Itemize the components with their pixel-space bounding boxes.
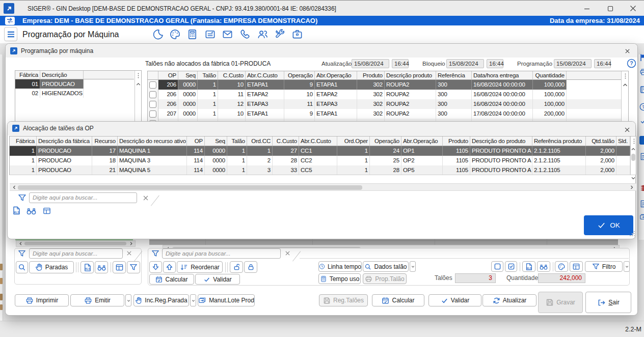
table-cell[interactable]: 300 — [436, 109, 472, 119]
left-search-input[interactable]: Digite aqui para buscar... — [29, 248, 123, 259]
table-row[interactable]: 1PRODUCAO17MAQUINA 111400001127CC1124OP1… — [10, 146, 636, 156]
table-row[interactable]: 2060000112ETAPA311ETAPA3302ROUPA230016/0… — [148, 99, 628, 109]
table-row[interactable]: 2060000111ETAPA210ETAPA2302ROUPA230016/0… — [148, 90, 628, 99]
table-cell[interactable]: 1 — [198, 90, 218, 99]
validar-button[interactable]: Validar — [428, 294, 481, 306]
table-cell[interactable]: ETAPA3 — [246, 99, 284, 109]
table-cell[interactable]: 21 — [92, 165, 118, 175]
table-cell[interactable]: 302 — [357, 109, 385, 119]
phone-icon[interactable] — [238, 28, 251, 40]
table-row[interactable]: 1PRODUCAO18MAQUINA 311400001228CC2125OP2… — [10, 156, 636, 165]
export-xls-button[interactable] — [522, 261, 535, 272]
help-icon[interactable] — [639, 103, 644, 111]
find-icon[interactable] — [26, 207, 37, 215]
move-down-button[interactable] — [149, 261, 162, 273]
table-cell[interactable]: 1105 — [443, 165, 470, 175]
table-cell[interactable]: 206 — [158, 80, 178, 90]
column-header[interactable]: OP — [187, 136, 205, 146]
imprimir-button[interactable]: Imprimir — [15, 294, 69, 306]
filter-icon[interactable] — [18, 193, 26, 202]
table-cell[interactable]: ETAPA2 — [315, 90, 357, 99]
table-cell[interactable]: 1 — [198, 109, 218, 119]
atualizacao-time-field[interactable]: 16:44 — [392, 59, 409, 68]
column-header[interactable]: Abr.Operação — [315, 71, 357, 80]
flag-icon[interactable] — [639, 53, 644, 62]
table-cell[interactable]: 1 — [227, 156, 247, 165]
users-icon[interactable] — [256, 28, 269, 40]
moon-icon[interactable] — [152, 28, 164, 40]
table-cell[interactable]: MAQUINA 3 — [118, 156, 187, 165]
uncheck-all-button[interactable] — [491, 261, 503, 272]
prop-talao-button[interactable]: Prop.Talão — [363, 273, 407, 284]
table-cell[interactable]: 302 — [357, 90, 385, 99]
table-cell[interactable]: 1 — [10, 156, 37, 165]
table-row[interactable]: 02HIGIENIZADOS — [15, 89, 141, 98]
table-cell[interactable]: CC2 — [299, 156, 337, 165]
bloqueio-date-field[interactable]: 15/08/2024 — [446, 59, 484, 68]
table-cell[interactable]: 207 — [158, 109, 178, 119]
column-header[interactable]: Descrição — [40, 71, 84, 79]
column-header[interactable]: Seq — [205, 136, 227, 146]
table-cell[interactable]: 300 — [436, 90, 472, 99]
table-cell[interactable]: 9 — [284, 109, 315, 119]
calcular-button-panel[interactable]: Calcular — [149, 274, 194, 285]
form-icon[interactable] — [204, 28, 216, 40]
left-hscrollbar[interactable] — [16, 240, 136, 247]
column-header[interactable]: Ord.CC — [247, 136, 273, 146]
table-cell[interactable]: 1 — [337, 165, 370, 175]
filter-button[interactable] — [127, 261, 140, 273]
column-header[interactable]: Operação — [370, 136, 401, 146]
table-cell[interactable]: 1105 — [443, 146, 470, 156]
filter-icon[interactable] — [151, 249, 159, 258]
table-cell[interactable]: ROUPA2 — [385, 99, 436, 109]
table-cell[interactable]: 16/08/2024 00:00:00 — [472, 90, 533, 99]
close-dialog-icon[interactable] — [623, 126, 631, 134]
table-cell[interactable]: 2.1.2.1105 — [532, 146, 586, 156]
table-cell[interactable]: PRODUCAO — [37, 146, 92, 156]
dialog-header[interactable]: Alocação de talões da OP — [8, 122, 635, 135]
column-header[interactable]: Produto — [357, 71, 385, 80]
filtro-button[interactable]: Filtro — [585, 261, 623, 272]
palette-button[interactable] — [555, 261, 568, 272]
column-header[interactable]: Quantidade — [533, 71, 567, 80]
export-xls-icon[interactable] — [12, 206, 21, 215]
table-cell[interactable]: 200,000 — [533, 109, 567, 119]
table-cell[interactable]: 206 — [158, 99, 178, 109]
unlock-button[interactable] — [230, 261, 243, 273]
table-cell[interactable]: 25 — [370, 156, 401, 165]
table-cell[interactable]: CC5 — [299, 165, 337, 175]
table-cell[interactable] — [616, 165, 630, 175]
table-cell[interactable]: PRODUTO PRONTO A — [470, 146, 532, 156]
minimize-button[interactable] — [576, 1, 598, 16]
table-cell[interactable]: 1 — [198, 80, 218, 90]
table-row[interactable]: 2060000110ETAPA19ETAPA1302ROUPA230016/08… — [148, 80, 628, 90]
table-cell[interactable]: 2,000 — [586, 156, 616, 165]
validar-button-panel[interactable]: Validar — [195, 274, 240, 285]
dados-talao-dropdown[interactable] — [410, 261, 416, 272]
clear-filter-icon[interactable] — [126, 250, 132, 257]
table-row[interactable]: 2070000110ETAPA19ETAPA1302ROUPA230017/08… — [148, 109, 628, 119]
table-cell[interactable]: 302 — [357, 99, 385, 109]
column-header[interactable]: Abr.C.Custo — [246, 71, 284, 80]
table-cell[interactable]: 100,000 — [533, 90, 567, 99]
table-cell[interactable]: 100,000 — [533, 99, 567, 109]
bloqueio-time-field[interactable]: 16:44 — [487, 59, 503, 68]
column-header[interactable]: Sld. — [616, 136, 630, 146]
table-cell[interactable]: 2,000 — [586, 165, 616, 175]
table-cell[interactable]: PRODUCAO — [37, 156, 92, 165]
table-cell[interactable]: 2.1.2.1105 — [532, 165, 586, 175]
talao-table-scrollbar[interactable] — [621, 71, 629, 121]
check-all-button[interactable] — [505, 261, 517, 272]
table-cell[interactable]: 02 — [15, 89, 40, 98]
column-header[interactable]: Descrição da fábrica — [37, 136, 92, 146]
column-header[interactable]: Descrição produto — [385, 71, 436, 80]
column-header[interactable]: Ord.Oper — [337, 136, 370, 146]
help-icon[interactable] — [627, 59, 636, 68]
document-icon[interactable] — [639, 153, 644, 161]
table-cell[interactable]: 01 — [15, 79, 40, 89]
table-cell[interactable]: 0000 — [205, 146, 227, 156]
reordenar-button[interactable]: Reordenar — [177, 261, 223, 273]
mail-icon[interactable] — [221, 28, 233, 40]
active-item-icon[interactable] — [639, 136, 644, 145]
table-cell[interactable]: 2,000 — [586, 146, 616, 156]
